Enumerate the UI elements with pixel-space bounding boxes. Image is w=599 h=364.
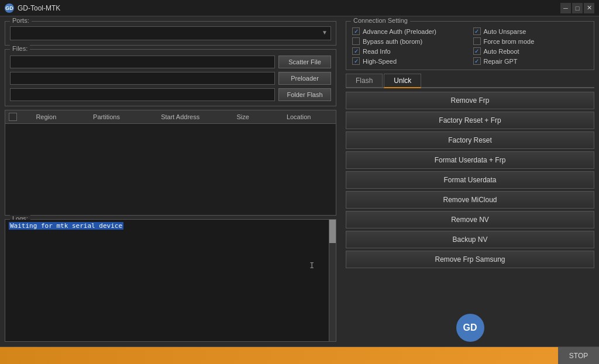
main-content: Ports: ▼ Files: Scatter File Preloader F…	[0, 16, 599, 346]
col-partitions-header: Partitions	[73, 113, 140, 120]
col-start-header: Start Address	[140, 113, 221, 120]
scatter-input[interactable]	[10, 56, 275, 68]
ports-section: Ports: ▼	[5, 21, 336, 46]
logs-section: Logs: Waiting for mtk serial device I	[5, 219, 336, 342]
repair-gpt-checkbox[interactable]	[473, 57, 481, 65]
cursor-icon: I	[309, 261, 314, 270]
auto-unsparse-row: Auto Unsparse	[473, 27, 588, 35]
unlock-buttons-list: Remove Frp Factory Reset + Frp Factory R…	[346, 92, 594, 307]
logs-scrollbar-thumb[interactable]	[329, 220, 336, 243]
factory-reset-frp-button[interactable]: Factory Reset + Frp	[346, 112, 594, 129]
auto-reboot-label: Auto Reboot	[484, 48, 519, 55]
left-panel: Ports: ▼ Files: Scatter File Preloader F…	[0, 16, 341, 346]
tabs-row: Flash Unlck	[346, 74, 594, 88]
table-header: Region Partitions Start Address Size Loc…	[5, 110, 336, 124]
col-region-header: Region	[19, 113, 73, 120]
ports-select[interactable]	[10, 26, 331, 40]
stop-button[interactable]: STOP	[558, 347, 599, 364]
scatter-row: Scatter File	[10, 56, 331, 68]
auto-unsparse-label: Auto Unsparse	[484, 28, 526, 35]
repair-gpt-label: Repair GPT	[484, 58, 518, 65]
high-speed-checkbox[interactable]	[352, 57, 360, 65]
force-brom-label: Force brom mode	[484, 38, 535, 45]
app-icon: GD	[5, 4, 14, 13]
format-userdata-button[interactable]: Format Userdata	[346, 171, 594, 189]
logs-body: Waiting for mtk serial device I	[5, 220, 336, 341]
preloader-input[interactable]	[10, 72, 275, 85]
col-size-header: Size	[221, 113, 265, 120]
read-info-checkbox[interactable]	[352, 47, 360, 55]
close-button[interactable]: ✕	[584, 3, 594, 13]
folder-input[interactable]	[10, 88, 275, 101]
repair-gpt-row: Repair GPT	[473, 57, 588, 65]
auto-reboot-checkbox[interactable]	[473, 47, 481, 55]
titlebar-title: GD-Tool-MTK	[18, 4, 60, 12]
remove-frp-samsung-button[interactable]: Remove Frp Samsung	[346, 251, 594, 268]
backup-nv-button[interactable]: Backup NV	[346, 231, 594, 248]
ports-select-wrapper: ▼	[10, 24, 331, 40]
bottom-bar: STOP	[0, 346, 599, 364]
preloader-row: Preloader	[10, 72, 331, 85]
high-speed-label: High-Speed	[363, 58, 397, 65]
auto-reboot-row: Auto Reboot	[473, 47, 588, 55]
logs-scrollbar[interactable]	[329, 220, 336, 341]
table-columns: Region Partitions Start Address Size Loc…	[19, 113, 332, 120]
read-info-label: Read Info	[363, 48, 391, 55]
remove-micloud-button[interactable]: Remove MiCloud	[346, 191, 594, 209]
high-speed-row: High-Speed	[352, 57, 467, 65]
gd-avatar: GD	[456, 314, 484, 342]
folder-row: Folder Flash	[10, 88, 331, 101]
read-info-row: Read Info	[352, 47, 467, 55]
connection-grid: Advance Auth (Preloader) Auto Unsparse B…	[352, 27, 588, 65]
tab-unlock[interactable]: Unlck	[384, 74, 421, 88]
bypass-auth-checkbox[interactable]	[352, 37, 360, 45]
log-line-1: Waiting for mtk serial device	[9, 222, 123, 230]
force-brom-row: Force brom mode	[473, 37, 588, 45]
connection-settings: Connection Setting Advance Auth (Preload…	[346, 21, 594, 70]
bypass-auth-row: Bypass auth (borom)	[352, 37, 467, 45]
advance-auth-label: Advance Auth (Preloader)	[363, 28, 436, 35]
preloader-button[interactable]: Preloader	[278, 72, 331, 85]
right-panel: Connection Setting Advance Auth (Preload…	[341, 16, 599, 346]
files-section: Files: Scatter File Preloader Folder Fla…	[5, 49, 336, 106]
factory-reset-button[interactable]: Factory Reset	[346, 131, 594, 149]
auto-unsparse-checkbox[interactable]	[473, 27, 481, 35]
files-label: Files:	[10, 45, 30, 52]
remove-nv-button[interactable]: Remove NV	[346, 211, 594, 228]
titlebar: GD GD-Tool-MTK ─ □ ✕	[0, 0, 599, 16]
maximize-button[interactable]: □	[572, 3, 583, 13]
ports-label: Ports:	[10, 17, 32, 24]
format-userdata-frp-button[interactable]: Format Userdata + Frp	[346, 151, 594, 169]
advance-auth-checkbox[interactable]	[352, 27, 360, 35]
connection-label: Connection Setting	[351, 17, 410, 24]
progress-bar	[0, 347, 558, 364]
force-brom-checkbox[interactable]	[473, 37, 481, 45]
minimize-button[interactable]: ─	[560, 3, 571, 13]
advance-auth-row: Advance Auth (Preloader)	[352, 27, 467, 35]
folder-flash-button[interactable]: Folder Flash	[278, 88, 331, 101]
tab-flash[interactable]: Flash	[346, 74, 383, 87]
select-all-checkbox[interactable]	[9, 113, 17, 121]
partition-table: Region Partitions Start Address Size Loc…	[5, 110, 336, 216]
scatter-file-button[interactable]: Scatter File	[278, 56, 331, 68]
titlebar-left: GD GD-Tool-MTK	[5, 4, 60, 13]
table-body	[5, 124, 336, 215]
bypass-auth-label: Bypass auth (borom)	[363, 38, 422, 45]
remove-frp-button[interactable]: Remove Frp	[346, 92, 594, 109]
col-location-header: Location	[265, 113, 332, 120]
titlebar-controls: ─ □ ✕	[560, 3, 594, 13]
